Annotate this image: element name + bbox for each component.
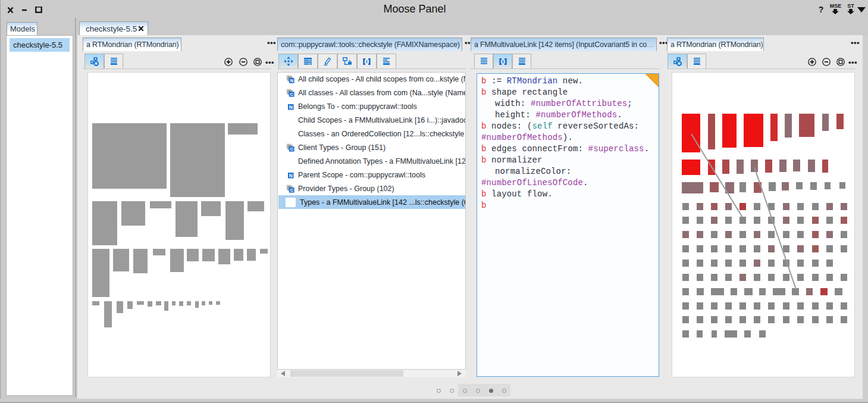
svg-text:N: N xyxy=(289,173,293,179)
svg-text:N: N xyxy=(289,104,293,110)
svg-text:C: C xyxy=(290,92,293,97)
svg-text:N: N xyxy=(290,78,293,83)
svg-text:C: C xyxy=(290,188,293,193)
svg-text:C: C xyxy=(290,146,293,152)
